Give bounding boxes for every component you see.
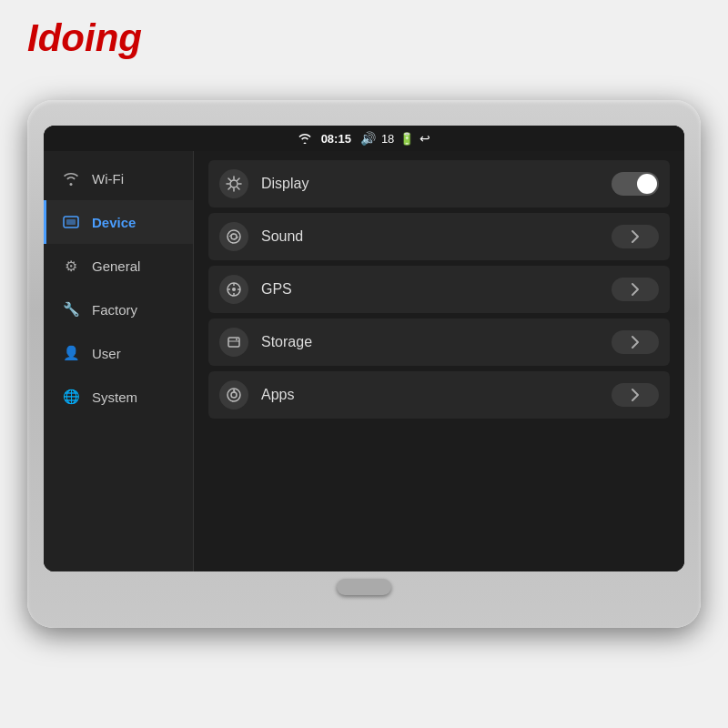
menu-row-apps[interactable]: Apps [208,371,670,419]
screen-bezel: 08:15 🔊 18 🔋 ↩ [44,126,684,571]
status-time: 08:15 [321,132,351,146]
sidebar-item-general[interactable]: ⚙ General [44,244,193,288]
main-content: Display [194,151,684,571]
svg-point-23 [231,392,237,398]
user-icon: 👤 [61,343,81,363]
status-bar: 08:15 🔊 18 🔋 ↩ [44,126,684,151]
menu-row-storage[interactable]: Storage [208,318,670,366]
sidebar-item-factory[interactable]: 🔧 Factory [44,288,193,331]
sidebar-device-label: Device [92,215,136,230]
svg-line-8 [238,187,240,190]
sound-icon [219,222,248,251]
wrench-icon: 🔧 [61,299,81,319]
gps-label: GPS [261,281,599,298]
device-shell: 08:15 🔊 18 🔋 ↩ [27,100,701,628]
wifi-icon [61,168,81,188]
menu-row-display[interactable]: Display [208,160,670,207]
display-toggle[interactable] [612,172,659,196]
svg-rect-1 [66,219,76,225]
svg-line-9 [238,178,240,181]
svg-line-7 [228,178,231,181]
gps-icon [219,275,248,304]
gps-arrow[interactable] [612,278,659,301]
sidebar-system-label: System [92,389,137,405]
apps-label: Apps [261,387,599,403]
sidebar-item-device[interactable]: Device [44,200,193,244]
menu-row-gps[interactable]: GPS [208,266,670,313]
sidebar-user-label: User [92,346,121,361]
sidebar-item-system[interactable]: 🌐 System [44,375,193,419]
storage-label: Storage [261,334,599,350]
sidebar-wifi-label: Wi-Fi [92,171,124,187]
display-toggle-dot [637,174,657,194]
storage-arrow[interactable] [612,330,659,354]
status-volume: 18 [381,132,394,146]
svg-point-2 [230,180,238,187]
volume-icon: 🔊 [360,131,376,146]
svg-rect-19 [228,338,239,347]
sidebar-item-user[interactable]: 👤 User [44,331,193,375]
display-label: Display [261,176,599,192]
brand-title: Idoing [27,16,142,60]
sidebar-general-label: General [92,258,140,274]
sidebar: Wi-Fi Device ⚙ General 🔧 [44,151,194,571]
device-icon [61,212,81,232]
globe-icon: 🌐 [61,387,81,407]
svg-point-14 [232,288,236,291]
screen-content: Wi-Fi Device ⚙ General 🔧 [44,151,684,571]
sound-label: Sound [261,228,599,245]
sound-arrow[interactable] [612,225,659,248]
battery-icon: 🔋 [399,132,414,146]
menu-row-sound[interactable]: Sound [208,213,670,260]
home-button[interactable] [337,579,391,595]
apps-icon [219,380,248,410]
sidebar-item-wifi[interactable]: Wi-Fi [44,157,193,200]
back-icon[interactable]: ↩ [420,131,430,146]
wifi-status-icon [298,133,312,144]
svg-point-21 [236,339,238,340]
storage-icon [219,328,248,357]
gear-icon: ⚙ [61,256,81,276]
svg-line-10 [228,187,231,190]
display-icon [219,169,248,198]
apps-arrow[interactable] [612,383,659,407]
status-bar-center: 08:15 🔊 18 🔋 ↩ [298,131,431,146]
sidebar-factory-label: Factory [92,302,137,318]
